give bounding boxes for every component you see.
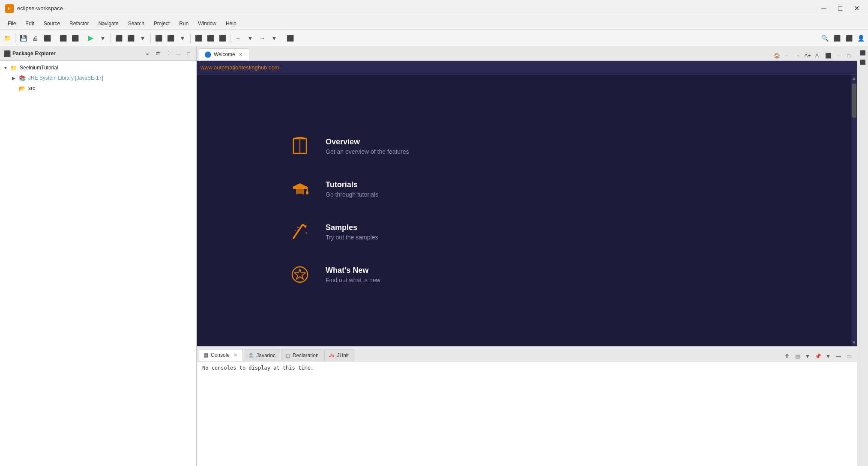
- minimize-bottom-button[interactable]: —: [834, 352, 843, 361]
- console-message: No consoles to display at this time.: [202, 365, 314, 371]
- menu-source[interactable]: Source: [39, 19, 64, 28]
- font-increase-button[interactable]: A+: [803, 51, 812, 60]
- toolbar-new-window-button[interactable]: ⬛: [284, 33, 296, 44]
- link-editor-button[interactable]: ⇄: [153, 49, 162, 58]
- tab-javadoc[interactable]: @ Javadoc: [244, 349, 280, 361]
- project-icon: 📁: [10, 65, 18, 71]
- welcome-tab-icon: 🔵: [204, 51, 211, 58]
- minimize-button[interactable]: ─: [817, 3, 830, 14]
- samples-text: Samples Try out the samples: [326, 223, 378, 241]
- toolbar-print-button[interactable]: 🖨: [30, 33, 41, 44]
- right-panel-btn-2[interactable]: ⬛: [858, 57, 868, 67]
- tutorials-title: Tutorials: [326, 180, 378, 189]
- welcome-samples-item[interactable]: Samples Try out the samples: [283, 215, 771, 249]
- tab-console[interactable]: ▤ Console ✕: [199, 349, 243, 361]
- right-panel-btn-1[interactable]: ⬛: [858, 48, 868, 57]
- new-console-dropdown[interactable]: ▼: [803, 352, 812, 361]
- minimize-panel-button[interactable]: —: [174, 49, 183, 58]
- toolbar-user-button[interactable]: 👤: [855, 33, 866, 44]
- toolbar-new-button[interactable]: 📁: [2, 33, 13, 44]
- menu-window[interactable]: Window: [194, 19, 221, 28]
- toolbar-perspective-button[interactable]: ⬛: [831, 33, 842, 44]
- welcome-url-bar: www.automationtestinghub.com: [197, 61, 857, 75]
- toolbar-properties-button[interactable]: ⬛: [57, 33, 69, 44]
- welcome-tab-close[interactable]: ✕: [238, 51, 244, 57]
- tab-declaration[interactable]: ◻ Declaration: [281, 349, 323, 361]
- console-output: No consoles to display at this time.: [197, 361, 857, 466]
- toolbar-back-dropdown[interactable]: ▼: [245, 33, 256, 44]
- title-bar: E eclipse-workspace ─ □ ✕: [0, 0, 868, 17]
- tree-item-jre[interactable]: ▶ 📚 JRE System Library [JavaSE-17]: [0, 73, 196, 83]
- toolbar-sep-7: [230, 33, 230, 43]
- toolbar-build-dropdown[interactable]: ▼: [137, 33, 148, 44]
- toolbar-refresh-button[interactable]: ⬛: [69, 33, 81, 44]
- welcome-tutorials-item[interactable]: Tutorials Go through tutorials: [283, 172, 771, 206]
- collapse-all-button[interactable]: ≡: [143, 49, 152, 58]
- menu-file[interactable]: File: [3, 19, 20, 28]
- open-console-button[interactable]: ⇈: [782, 352, 792, 361]
- menu-edit[interactable]: Edit: [21, 19, 39, 28]
- nav-forward-button[interactable]: →: [793, 51, 802, 60]
- declaration-tab-icon: ◻: [286, 352, 290, 358]
- toolbar-sep-2: [55, 33, 55, 43]
- junit-tab-icon: Ju: [329, 353, 335, 358]
- svg-rect-0: [293, 187, 307, 189]
- maximize-button[interactable]: □: [834, 3, 847, 14]
- toolbar-forward-dropdown[interactable]: ▼: [269, 33, 280, 44]
- columns-button[interactable]: ⬛: [823, 51, 833, 60]
- nav-back-button[interactable]: ←: [782, 51, 792, 60]
- view-maximize-button[interactable]: □: [844, 51, 853, 60]
- view-menu-button[interactable]: ⋮: [164, 49, 172, 58]
- scrollbar-thumb[interactable]: [852, 84, 856, 118]
- toolbar-run-dropdown[interactable]: ▼: [97, 33, 108, 44]
- toolbar-last-edit-button[interactable]: ⬛: [217, 33, 228, 44]
- toolbar-next-edit-button[interactable]: ⬛: [205, 33, 216, 44]
- welcome-overview-item[interactable]: Overview Get an overview of the features: [283, 129, 771, 163]
- tutorials-text: Tutorials Go through tutorials: [326, 180, 378, 198]
- toolbar-prev-edit-button[interactable]: ⬛: [193, 33, 204, 44]
- toolbar-search-button[interactable]: ⬛: [42, 33, 53, 44]
- toolbar-save-button[interactable]: 💾: [18, 33, 29, 44]
- overview-title: Overview: [326, 137, 409, 146]
- console-tab-label: Console: [211, 352, 230, 358]
- home-button[interactable]: 🏠: [772, 51, 781, 60]
- maximize-panel-button[interactable]: □: [184, 49, 193, 58]
- menu-project[interactable]: Project: [150, 19, 174, 28]
- menu-navigate[interactable]: Navigate: [94, 19, 123, 28]
- package-explorer-header: ⬛ Package Explorer ≡ ⇄ ⋮ — □: [0, 46, 196, 61]
- menu-run[interactable]: Run: [175, 19, 193, 28]
- tab-junit[interactable]: Ju JUnit: [324, 349, 353, 361]
- toolbar-build-button[interactable]: ⬛: [125, 33, 136, 44]
- tab-welcome[interactable]: 🔵 Welcome ✕: [199, 48, 249, 60]
- outer-right-panel: ⬛ ⬛: [857, 46, 868, 466]
- welcome-whatsnew-item[interactable]: What's New Find out what is new: [283, 257, 771, 292]
- toolbar-stop-button[interactable]: ⬛: [113, 33, 124, 44]
- toolbar-back-button[interactable]: ←: [233, 33, 244, 44]
- scrollbar-down[interactable]: ▼: [851, 339, 857, 346]
- tree-item-src[interactable]: ▶ 📂 src: [0, 83, 196, 93]
- menu-refactor[interactable]: Refactor: [65, 19, 93, 28]
- font-decrease-button[interactable]: A-: [813, 51, 823, 60]
- maximize-bottom-button[interactable]: □: [844, 352, 853, 361]
- toolbar-run-button[interactable]: ▶: [85, 33, 96, 44]
- toolbar-debug-button[interactable]: ⬛: [165, 33, 176, 44]
- display-console-button[interactable]: ▤: [793, 352, 802, 361]
- toolbar-open-perspective-button[interactable]: ⬛: [843, 33, 854, 44]
- close-button[interactable]: ✕: [850, 3, 863, 14]
- toolbar-open-task-button[interactable]: ⬛: [153, 33, 164, 44]
- svg-point-8: [295, 230, 296, 231]
- menu-search[interactable]: Search: [124, 19, 149, 28]
- tree-item-root[interactable]: ▼ 📁 SeelniumTutorial: [0, 63, 196, 73]
- junit-tab-label: JUnit: [337, 352, 348, 358]
- pin-console-button[interactable]: 📌: [813, 352, 823, 361]
- toolbar-forward-button[interactable]: →: [257, 33, 268, 44]
- pin-console-dropdown[interactable]: ▼: [823, 352, 833, 361]
- view-minimize-button[interactable]: —: [834, 51, 843, 60]
- toolbar-debug-dropdown[interactable]: ▼: [177, 33, 188, 44]
- toolbar-search-right-button[interactable]: 🔍: [819, 33, 830, 44]
- console-tab-close[interactable]: ✕: [232, 352, 238, 358]
- src-icon: 📂: [19, 85, 27, 91]
- welcome-scrollbar[interactable]: ▲ ▼: [851, 75, 857, 346]
- scrollbar-up[interactable]: ▲: [851, 75, 857, 82]
- menu-help[interactable]: Help: [221, 19, 241, 28]
